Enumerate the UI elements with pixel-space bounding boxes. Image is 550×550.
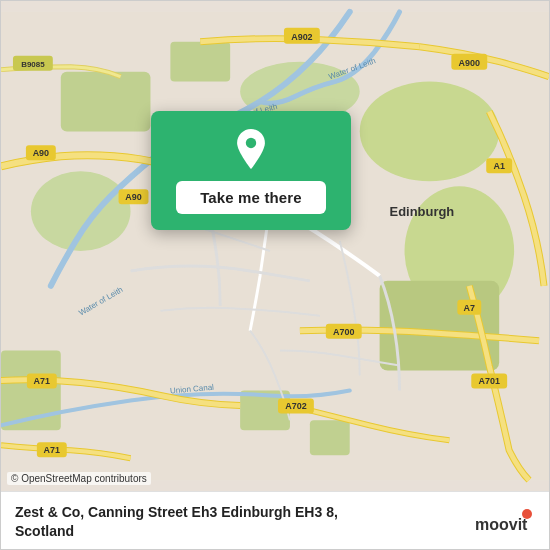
address-line2: Scotland (15, 522, 463, 540)
svg-text:B9085: B9085 (21, 60, 45, 69)
svg-text:A71: A71 (44, 445, 60, 455)
moovit-logo-svg: moovit (475, 508, 535, 536)
map-svg: A902 B9085 A900 A90 A90 A1 Edinburgh A70… (1, 1, 549, 491)
app-container: A902 B9085 A900 A90 A90 A1 Edinburgh A70… (0, 0, 550, 550)
svg-text:A90: A90 (33, 148, 49, 158)
svg-point-40 (246, 138, 256, 148)
svg-rect-5 (61, 72, 151, 132)
svg-text:A7: A7 (464, 303, 475, 313)
svg-point-7 (31, 171, 131, 251)
svg-text:A702: A702 (285, 401, 306, 411)
svg-text:A902: A902 (291, 32, 312, 42)
svg-text:A71: A71 (34, 376, 50, 386)
svg-text:A701: A701 (479, 376, 500, 386)
svg-text:Edinburgh: Edinburgh (390, 204, 455, 219)
map-credit: © OpenStreetMap contributors (7, 472, 151, 485)
moovit-logo: moovit (475, 508, 535, 536)
svg-text:A900: A900 (459, 58, 480, 68)
map-area: A902 B9085 A900 A90 A90 A1 Edinburgh A70… (1, 1, 549, 491)
svg-text:A700: A700 (333, 327, 354, 337)
svg-rect-6 (170, 42, 230, 82)
take-me-there-button[interactable]: Take me there (176, 181, 326, 214)
info-bar: Zest & Co, Canning Street Eh3 Edinburgh … (1, 491, 549, 549)
svg-text:A90: A90 (125, 192, 141, 202)
svg-rect-10 (310, 420, 350, 455)
svg-text:A1: A1 (493, 161, 504, 171)
location-pin-icon (231, 129, 271, 169)
map-card[interactable]: Take me there (151, 111, 351, 230)
svg-point-2 (360, 82, 499, 182)
address-block: Zest & Co, Canning Street Eh3 Edinburgh … (15, 503, 463, 539)
svg-text:moovit: moovit (475, 516, 528, 533)
address-line1: Zest & Co, Canning Street Eh3 Edinburgh … (15, 503, 463, 521)
